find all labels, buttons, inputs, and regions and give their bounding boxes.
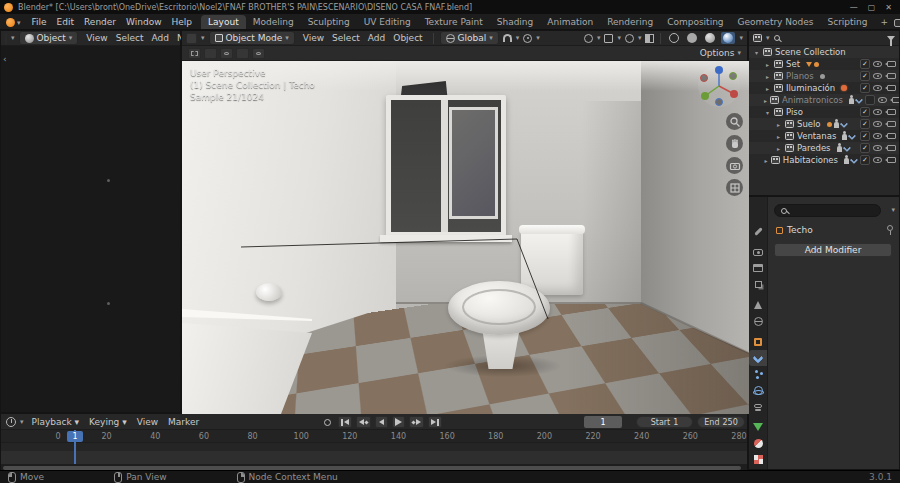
next-keyframe-button[interactable] [409, 416, 424, 428]
menu-file[interactable]: File [27, 15, 52, 29]
display-mode-icon[interactable] [753, 34, 762, 42]
maximize-button[interactable]: ▢ [868, 3, 876, 12]
tool-mode-subtract-button[interactable] [236, 48, 249, 59]
viewport-editor[interactable]: ▾ Object Mode ▾ ViewSelectAddObject Glob… [181, 30, 748, 413]
expand-arrow-icon[interactable]: ▸ [764, 61, 771, 68]
workspace-tab-texture-paint[interactable]: Texture Paint [418, 15, 490, 29]
expand-arrow-icon[interactable]: ▸ [764, 157, 768, 164]
outliner-row-habitaciones[interactable]: ▸Habitaciones✓ [749, 154, 899, 166]
properties-tab-modifiers[interactable] [749, 350, 767, 366]
properties-tab-scene[interactable] [749, 297, 767, 313]
outliner-row-set[interactable]: ▸Set✓ [749, 58, 899, 70]
tool-mode-extend-button[interactable] [220, 48, 233, 59]
timeline-menu-marker[interactable]: Marker [164, 416, 203, 428]
outliner-row-ventanas[interactable]: ▸Ventanas✓ [749, 130, 899, 142]
properties-tab-object[interactable] [749, 334, 767, 350]
expand-arrow-icon[interactable]: ▸ [764, 85, 771, 92]
outliner-row-planos[interactable]: ▸Planos✓ [749, 70, 899, 82]
menu-edit[interactable]: Edit [52, 15, 79, 29]
workspace-tab-rendering[interactable]: Rendering [600, 15, 660, 29]
expand-arrow-icon[interactable]: ▾ [764, 109, 771, 116]
shader-canvas[interactable]: ‹ [1, 46, 180, 412]
outliner-row-iluminación[interactable]: ▸Iluminación✓ [749, 82, 899, 94]
viewport-menu-select[interactable]: Select [328, 32, 364, 44]
jump-to-end-button[interactable] [428, 416, 442, 428]
exclude-checkbox[interactable]: ✓ [860, 71, 870, 81]
expand-arrow-icon[interactable]: ▸ [775, 133, 782, 140]
disable-render-icon[interactable] [887, 157, 896, 163]
menu-window[interactable]: Window [121, 15, 167, 29]
disable-render-icon[interactable] [887, 61, 896, 67]
exclude-checkbox[interactable]: ✓ [860, 119, 870, 129]
disable-render-icon[interactable] [887, 133, 896, 139]
shader-menu-view[interactable]: View [82, 32, 111, 44]
properties-tab-output[interactable] [749, 260, 767, 276]
outliner-editor[interactable]: ▾ ▾Scene Collection▸Set✓▸Planos✓▸Ilumina… [748, 30, 900, 196]
expand-arrow-icon[interactable]: ▸ [764, 97, 767, 104]
timeline-editor[interactable]: ▾ Playback ▾Keying ▾ViewMarker 1 Start 1… [0, 413, 748, 470]
expand-arrow-icon[interactable]: ▸ [775, 121, 782, 128]
timeline-tracks[interactable] [1, 443, 747, 464]
workspace-tab-compositing[interactable]: Compositing [660, 15, 730, 29]
outliner-row-suelo[interactable]: ▸Suelo✓ [749, 118, 899, 130]
expand-arrow-icon[interactable]: ▾ [753, 49, 760, 56]
toggle-perspective-button[interactable] [726, 179, 743, 196]
exclude-checkbox[interactable]: ✓ [860, 155, 870, 165]
scene-selector[interactable]: Scene ✕ [894, 18, 900, 28]
current-frame-field[interactable]: 1 [584, 416, 622, 428]
hide-viewport-icon[interactable] [873, 61, 882, 67]
exclude-checkbox[interactable]: ✓ [860, 107, 870, 117]
outliner-row-animatronicos[interactable]: ▸Animatronicos [749, 94, 899, 106]
app-menu-button[interactable]: ▾ [0, 18, 27, 29]
add-workspace-button[interactable]: + [875, 15, 895, 29]
properties-tab-particles[interactable] [749, 366, 767, 382]
search-icon[interactable] [774, 35, 780, 41]
exclude-checkbox[interactable]: ✓ [860, 143, 870, 153]
menu-help[interactable]: Help [167, 15, 198, 29]
expand-arrow-icon[interactable]: ▸ [775, 145, 782, 152]
viewport-canvas[interactable]: User Perspective (1) Scene Collection | … [182, 61, 749, 414]
hide-viewport-icon[interactable] [873, 85, 882, 91]
select-box-tool-icon[interactable] [188, 48, 201, 59]
hide-viewport-icon[interactable] [873, 121, 882, 127]
workspace-tab-animation[interactable]: Animation [540, 15, 600, 29]
timeline-menu-view[interactable]: View [133, 416, 162, 428]
hide-viewport-icon[interactable] [878, 97, 887, 103]
workspace-tab-modeling[interactable]: Modeling [246, 15, 301, 29]
mode-dropdown[interactable]: Object Mode ▾ [209, 31, 295, 45]
filter-icon[interactable] [887, 36, 895, 41]
workspace-tab-geometry-nodes[interactable]: Geometry Nodes [731, 15, 821, 29]
object-visibility-icon[interactable] [584, 34, 593, 43]
properties-tab-render[interactable] [749, 244, 767, 260]
outliner-row-scene-collection[interactable]: ▾Scene Collection [749, 46, 899, 58]
xray-toggle-icon[interactable] [645, 34, 654, 43]
properties-tab-physics[interactable] [749, 382, 767, 398]
timeline-menu-keying[interactable]: Keying ▾ [85, 416, 131, 428]
outliner-row-paredes[interactable]: ▸Paredes✓ [749, 142, 899, 154]
frame-start-field[interactable]: Start 1 [636, 416, 693, 428]
properties-tab-texture[interactable] [749, 451, 767, 467]
camera-view-button[interactable] [726, 157, 743, 174]
viewport-menu-add[interactable]: Add [364, 32, 389, 44]
editor-type-icon[interactable] [5, 33, 7, 44]
shader-menu-add[interactable]: Add [147, 32, 172, 44]
disable-render-icon[interactable] [887, 109, 896, 115]
current-frame-marker[interactable]: 1 [67, 431, 83, 442]
hide-viewport-icon[interactable] [873, 109, 882, 115]
hide-viewport-icon[interactable] [873, 133, 882, 139]
proportional-editing-icon[interactable] [523, 34, 532, 43]
viewport-menu-object[interactable]: Object [389, 32, 426, 44]
zoom-button[interactable] [726, 113, 743, 130]
workspace-tab-uv-editing[interactable]: UV Editing [357, 15, 418, 29]
timeline-menu-playback[interactable]: Playback ▾ [28, 416, 84, 428]
properties-tab-tool[interactable] [749, 223, 767, 239]
properties-tab-constraints[interactable] [749, 398, 767, 414]
exclude-checkbox[interactable] [865, 95, 875, 105]
tool-mode-new-button[interactable] [204, 48, 217, 59]
shading-solid-button[interactable] [685, 32, 699, 44]
disable-render-icon[interactable] [887, 73, 896, 79]
shader-editor[interactable]: ▾ Object ▾ ViewSelectAddNode ‹ [0, 30, 181, 413]
jump-to-start-button[interactable] [338, 416, 352, 428]
exclude-checkbox[interactable]: ✓ [860, 59, 870, 69]
minimize-button[interactable]: — [850, 3, 858, 12]
